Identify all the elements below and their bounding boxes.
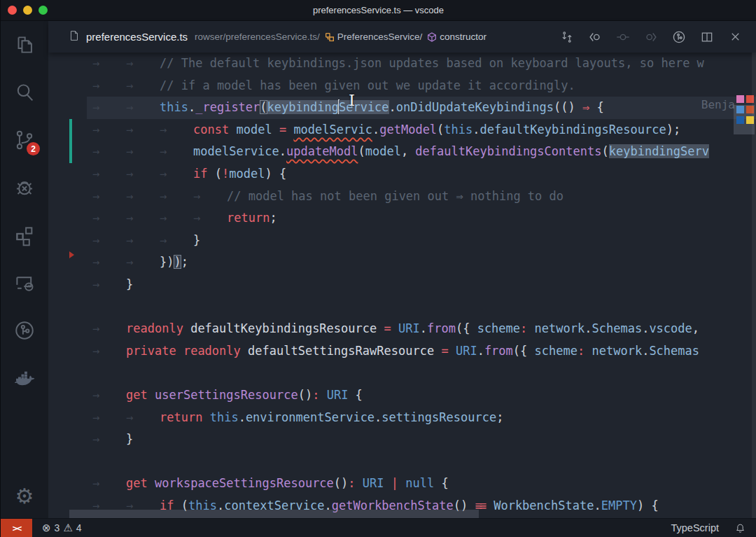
explorer-icon[interactable] [1,21,48,69]
horizontal-scrollbar[interactable] [69,510,479,518]
breadcrumb-path[interactable]: rowser/preferencesService.ts/ [195,32,320,42]
activity-bar: 2 [1,21,48,518]
notifications-bell-icon[interactable] [734,522,746,534]
file-icon [68,29,80,45]
code-line[interactable]: →get userSettingsResource(): URI { [48,384,756,407]
modified-gutter-indicator [69,141,72,163]
window-title: preferencesService.ts — vscode [1,5,756,15]
error-icon: ⊗ [42,522,51,534]
current-position-icon[interactable] [609,25,637,49]
source-control-icon[interactable]: 2 [1,116,48,164]
modified-gutter-indicator [69,119,72,141]
source-control-badge: 2 [27,142,40,155]
breadcrumb-class[interactable]: PreferencesService/ [337,32,423,42]
timeline-icon[interactable] [665,25,693,49]
code-line[interactable]: →get workspaceSettingsResource(): URI | … [48,473,756,495]
symbol-constructor-icon [426,32,438,43]
debug-icon[interactable] [1,164,48,211]
problems-status[interactable]: ⊗ 3 ⚠ 4 [42,522,82,534]
close-window-button[interactable] [8,6,17,15]
open-changes-icon[interactable] [553,25,581,49]
fold-marker-gutter-indicator [69,251,74,258]
breadcrumb-member[interactable]: constructor [440,32,486,42]
extensions-icon[interactable] [1,211,48,259]
collaborator-name-label: Benja [701,98,735,111]
zoom-window-button[interactable] [38,6,48,15]
remote-explorer-icon[interactable] [1,259,48,307]
code-line[interactable] [48,451,756,473]
git-history-icon[interactable] [1,307,48,354]
tab-filename[interactable]: preferencesService.ts [86,31,188,43]
code-line[interactable]: →→})); [48,251,756,274]
close-editor-icon[interactable] [721,25,749,49]
navigate-back-icon[interactable] [581,25,609,49]
code-line[interactable]: →→→→return; [48,207,756,230]
code-editor[interactable]: →→// The default keybindings.json update… [48,53,756,518]
code-line[interactable] [48,296,756,319]
split-editor-icon[interactable] [693,25,721,49]
status-bar: >< ⊗ 3 ⚠ 4 TypeScript [1,518,756,537]
code-line[interactable]: →→return this.environmentService.setting… [48,407,756,429]
code-line[interactable]: →→this._register(keybindingService.onDid… [48,97,756,119]
vscode-window: preferencesService.ts — vscode [0,0,756,537]
code-line[interactable]: →→// if a model has been given out we up… [48,75,756,97]
code-line[interactable]: →→→modelService.updateModl(model, defaul… [48,141,756,163]
docker-icon[interactable] [1,354,48,402]
symbol-class-icon [324,32,335,43]
settings-gear-icon[interactable]: ⚙ [1,475,48,518]
search-icon[interactable] [1,69,48,116]
titlebar: preferencesService.ts — vscode [1,0,756,21]
language-mode[interactable]: TypeScript [671,522,720,533]
code-line[interactable]: →} [48,428,756,451]
traffic-lights [8,6,48,15]
code-line[interactable]: →→// The default keybindings.json update… [48,53,756,75]
code-line[interactable]: →readonly defaultKeybindingsResource = U… [48,318,756,340]
editor-area: preferencesService.ts rowser/preferences… [48,21,756,518]
code-line[interactable] [48,362,756,384]
error-count: 3 [55,522,60,533]
code-line[interactable]: →private readonly defaultSettingsRawReso… [48,340,756,363]
warning-count: 4 [76,522,82,533]
minimize-window-button[interactable] [23,6,32,15]
remote-indicator[interactable]: >< [1,519,32,537]
warning-icon: ⚠ [63,522,72,534]
code-line[interactable]: →} [48,274,756,296]
code-line[interactable]: →→→const model = modelServic.getModel(th… [48,119,756,141]
vertical-scrollbar[interactable] [752,53,756,518]
navigate-forward-icon[interactable] [637,25,665,49]
code-line[interactable]: →→→→// model has not been given out ⇒ no… [48,186,756,208]
code-line[interactable]: →→→} [48,230,756,252]
tab-bar: preferencesService.ts rowser/preferences… [48,21,756,53]
code-line[interactable]: →→→if (!model) { [48,163,756,186]
